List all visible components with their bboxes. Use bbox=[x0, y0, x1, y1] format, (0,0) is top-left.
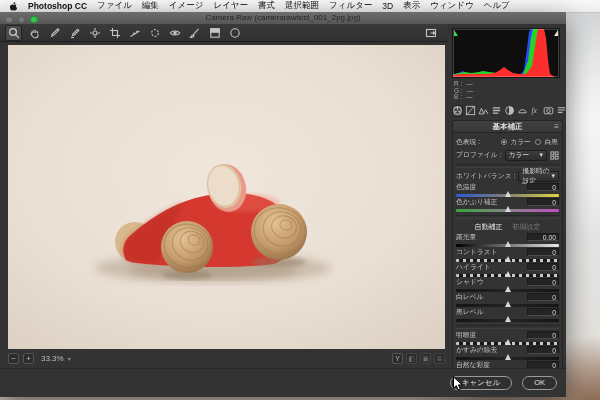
slider-row-exposure: 露光量0.00 bbox=[456, 233, 559, 248]
slider-label: 露光量 bbox=[456, 232, 476, 242]
slider-track[interactable] bbox=[456, 259, 559, 262]
tab-camera-calibration-icon[interactable] bbox=[543, 105, 554, 117]
menu-item-photoshop[interactable]: Photoshop CC bbox=[28, 1, 87, 11]
spot-removal-tool-icon[interactable] bbox=[147, 26, 162, 40]
tab-detail-icon[interactable] bbox=[478, 105, 489, 117]
default-link[interactable]: 初期設定 bbox=[513, 222, 541, 232]
menu-item-layer[interactable]: レイヤー bbox=[213, 0, 248, 12]
hand-tool-icon[interactable] bbox=[27, 26, 42, 40]
cycle-before-after-button[interactable]: Y bbox=[392, 353, 403, 364]
menu-item-help[interactable]: ヘルプ bbox=[484, 0, 510, 12]
split-view-button[interactable]: ◧ bbox=[406, 353, 417, 364]
profile-browser-icon[interactable] bbox=[550, 151, 559, 160]
crop-tool-icon[interactable] bbox=[107, 26, 122, 40]
auto-default-row: 自動補正 初期設定 bbox=[456, 221, 559, 233]
tab-split-toning-icon[interactable] bbox=[504, 105, 515, 117]
slider-value-field[interactable]: 0.00 bbox=[527, 233, 559, 242]
preview-footer: − + 33.3% ▾ Y ◧ ▣ ≣ bbox=[8, 349, 445, 368]
slider-value-field[interactable]: 0 bbox=[527, 278, 559, 287]
apple-logo-icon[interactable] bbox=[9, 1, 18, 11]
dropdown-arrow-icon: ▾ bbox=[552, 172, 555, 180]
highlight-clipping-indicator[interactable] bbox=[554, 30, 558, 36]
color-sampler-tool-icon[interactable] bbox=[67, 26, 82, 40]
slider-row-shadows: シャドウ0 bbox=[456, 278, 559, 293]
menu-item-image[interactable]: イメージ bbox=[169, 0, 204, 12]
auto-correct-link[interactable]: 自動補正 bbox=[475, 222, 503, 232]
slider-value-field[interactable]: 0 bbox=[527, 308, 559, 317]
slider-value-field[interactable]: 0 bbox=[527, 248, 559, 257]
profile-value: カラー bbox=[509, 150, 530, 160]
tab-presets-icon[interactable] bbox=[556, 105, 566, 117]
slider-track[interactable] bbox=[456, 274, 559, 277]
dropdown-arrow-icon: ▾ bbox=[540, 151, 543, 159]
slider-value-field[interactable]: 0 bbox=[527, 198, 559, 207]
slider-track[interactable] bbox=[456, 244, 559, 247]
white-balance-row: ホワイトバランス : 撮影時の設定 ▾ bbox=[456, 170, 559, 183]
graduated-filter-tool-icon[interactable] bbox=[207, 26, 222, 40]
slider-thumb[interactable] bbox=[505, 301, 511, 307]
ok-button[interactable]: OK bbox=[522, 376, 557, 390]
slider-track[interactable] bbox=[456, 357, 559, 360]
tab-tone-curve-icon[interactable] bbox=[465, 105, 476, 117]
slider-thumb[interactable] bbox=[505, 354, 511, 360]
menu-item-filter[interactable]: フィルター bbox=[329, 0, 372, 12]
slider-value-field[interactable]: 0 bbox=[527, 263, 559, 272]
slider-value-field[interactable]: 0 bbox=[527, 293, 559, 302]
slider-thumb[interactable] bbox=[505, 271, 511, 277]
cancel-button[interactable]: キャンセル bbox=[450, 376, 512, 390]
menu-item-select[interactable]: 選択範囲 bbox=[285, 0, 319, 12]
straighten-tool-icon[interactable] bbox=[127, 26, 142, 40]
view-settings-button[interactable]: ≣ bbox=[434, 353, 445, 364]
zoom-level-dropdown-icon[interactable]: ▾ bbox=[68, 355, 71, 362]
menu-item-3d[interactable]: 3D bbox=[382, 1, 393, 11]
slider-value-field[interactable]: 0 bbox=[527, 346, 559, 355]
adjustment-brush-tool-icon[interactable] bbox=[187, 26, 202, 40]
profile-select[interactable]: カラー ▾ bbox=[505, 150, 547, 161]
menu-item-type[interactable]: 書式 bbox=[258, 0, 275, 12]
slider-thumb[interactable] bbox=[505, 339, 511, 345]
color-radio-label[interactable]: カラー bbox=[510, 137, 531, 147]
toggle-fullscreen-icon[interactable] bbox=[423, 26, 438, 40]
zoom-in-button[interactable]: + bbox=[23, 353, 34, 364]
slider-thumb[interactable] bbox=[505, 316, 511, 322]
shadow-clipping-indicator[interactable] bbox=[454, 30, 458, 36]
slider-value-field[interactable]: 0 bbox=[527, 361, 559, 368]
slider-track[interactable] bbox=[456, 209, 559, 212]
white-balance-tool-icon[interactable] bbox=[47, 26, 62, 40]
slider-thumb[interactable] bbox=[505, 206, 511, 212]
slider-thumb[interactable] bbox=[505, 191, 511, 197]
slider-track[interactable] bbox=[456, 194, 559, 197]
slider-value-field[interactable]: 0 bbox=[527, 183, 559, 192]
slider-track[interactable] bbox=[456, 319, 559, 322]
tab-lens-corrections-icon[interactable] bbox=[517, 105, 528, 117]
slider-track[interactable] bbox=[456, 304, 559, 307]
slider-thumb[interactable] bbox=[505, 286, 511, 292]
zoom-tool-icon[interactable] bbox=[5, 25, 22, 41]
slider-thumb[interactable] bbox=[505, 241, 511, 247]
white-balance-select[interactable]: 撮影時の設定 ▾ bbox=[518, 171, 559, 182]
image-preview[interactable] bbox=[8, 45, 445, 349]
zoom-level-select[interactable]: 33.3% bbox=[41, 354, 64, 363]
tab-hsl-grayscale-icon[interactable] bbox=[491, 105, 502, 117]
slider-track[interactable] bbox=[456, 342, 559, 345]
panel-menu-icon[interactable]: ≡ bbox=[554, 121, 559, 132]
menu-item-window[interactable]: ウィンドウ bbox=[430, 0, 474, 12]
single-view-button[interactable]: ▣ bbox=[420, 353, 431, 364]
menu-item-file[interactable]: ファイル bbox=[97, 0, 132, 12]
b-label: B : bbox=[454, 94, 462, 101]
tab-basic-icon[interactable] bbox=[452, 105, 463, 117]
slider-track[interactable] bbox=[456, 289, 559, 292]
targeted-adjustment-tool-icon[interactable] bbox=[87, 26, 102, 40]
radial-filter-tool-icon[interactable] bbox=[227, 26, 242, 40]
camera-raw-dialog: Camera Raw (camerarawtest_001_2pg.jpg) bbox=[0, 12, 566, 397]
slider-thumb[interactable] bbox=[505, 256, 511, 262]
bw-radio[interactable] bbox=[535, 139, 542, 146]
menu-item-edit[interactable]: 編集 bbox=[142, 0, 159, 12]
menu-item-view[interactable]: 表示 bbox=[403, 0, 420, 12]
zoom-out-button[interactable]: − bbox=[8, 353, 19, 364]
color-radio[interactable] bbox=[501, 139, 508, 146]
tab-effects-icon[interactable]: fx bbox=[530, 105, 541, 117]
bw-radio-label[interactable]: 白黒 bbox=[544, 137, 558, 147]
slider-value-field[interactable]: 0 bbox=[527, 331, 559, 340]
red-eye-tool-icon[interactable] bbox=[167, 26, 182, 40]
